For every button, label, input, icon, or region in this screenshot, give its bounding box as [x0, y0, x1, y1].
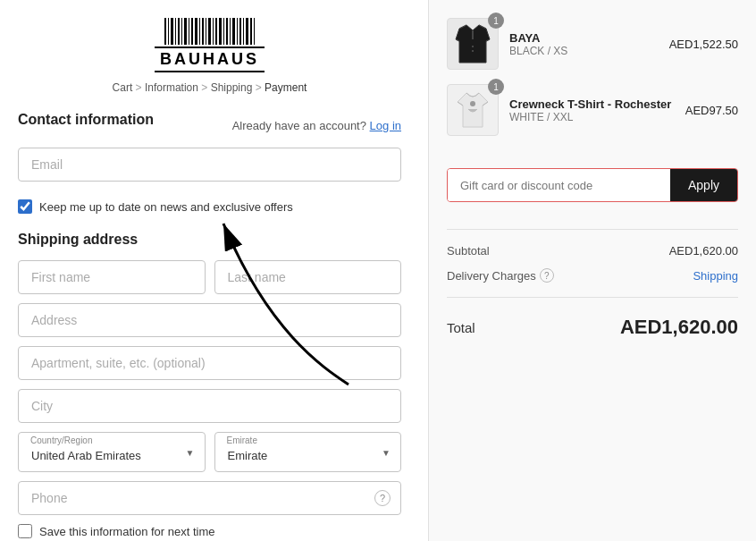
login-link[interactable]: Log in	[370, 119, 401, 132]
phone-help-icon[interactable]: ?	[374, 490, 391, 506]
name-row	[18, 260, 401, 294]
save-info-label: Save this information for next time	[39, 525, 215, 538]
right-panel: 1 BAYA BLACK / XS AED1,522.50	[429, 0, 756, 541]
divider-2	[447, 297, 738, 298]
country-label: Country/Region	[30, 435, 92, 445]
phone-input[interactable]	[18, 481, 401, 515]
item-image-wrapper: 1	[447, 18, 499, 70]
save-info-row: Save this information for next time	[18, 524, 401, 538]
newsletter-row: Keep me up to date on news and exclusive…	[18, 199, 401, 214]
logo-area: BAUHAUS	[18, 18, 401, 72]
item-details: Crewneck T-Shirt - Rochester WHITE / XXL	[509, 97, 675, 123]
breadcrumb-shipping[interactable]: Shipping	[211, 81, 253, 94]
country-emirate-row: Country/Region United Arab Emirates ▼ Em…	[18, 432, 401, 472]
shipping-title: Shipping address	[18, 232, 401, 248]
left-panel: BAUHAUS Cart > Information > Shipping > …	[0, 0, 429, 541]
discount-code-input[interactable]	[448, 169, 670, 201]
email-field-wrapper	[18, 148, 401, 182]
login-prompt: Already have an account? Log in	[232, 119, 401, 132]
contact-header: Contact information Already have an acco…	[18, 112, 401, 139]
city-field-wrapper	[18, 389, 401, 423]
order-item: 1 BAYA BLACK / XS AED1,522.50	[447, 18, 738, 70]
item-details: BAYA BLACK / XS	[509, 31, 659, 57]
subtotal-label: Subtotal	[447, 244, 490, 258]
breadcrumb-sep1: >	[136, 81, 145, 94]
item-image-wrapper: 1	[447, 84, 499, 136]
emirate-label: Emirate	[227, 435, 257, 445]
country-wrapper: Country/Region United Arab Emirates ▼	[18, 432, 206, 472]
delivery-row: Delivery Charges ? Shipping	[447, 263, 738, 288]
apply-discount-button[interactable]: Apply	[670, 169, 737, 201]
breadcrumb-sep2: >	[201, 81, 210, 94]
total-value: AED1,620.00	[620, 316, 738, 339]
tshirt-icon	[454, 89, 491, 131]
apartment-field-wrapper	[18, 346, 401, 380]
last-name-input[interactable]	[214, 260, 402, 294]
breadcrumb-payment: Payment	[265, 81, 307, 94]
order-items-list: 1 BAYA BLACK / XS AED1,522.50	[447, 18, 738, 150]
item-name: Crewneck T-Shirt - Rochester	[509, 97, 675, 111]
svg-point-4	[470, 101, 475, 106]
email-input[interactable]	[18, 148, 401, 182]
svg-point-0	[472, 46, 474, 47]
logo-text: BAUHAUS	[155, 46, 265, 72]
item-variant: BLACK / XS	[509, 45, 659, 57]
first-name-input[interactable]	[18, 260, 206, 294]
apartment-input[interactable]	[18, 346, 401, 380]
svg-point-1	[472, 50, 474, 52]
delivery-value: Shipping	[693, 269, 738, 283]
item-quantity-badge: 1	[488, 79, 504, 95]
order-item: 1 Crewneck T-Shirt - Rochester WHITE / X…	[447, 84, 738, 136]
item-name: BAYA	[509, 31, 659, 45]
item-quantity-badge: 1	[488, 13, 504, 29]
newsletter-label: Keep me up to date on news and exclusive…	[39, 200, 293, 214]
contact-title: Contact information	[18, 112, 154, 128]
breadcrumb-sep3: >	[256, 81, 265, 94]
subtotal-value: AED1,620.00	[669, 244, 738, 258]
discount-code-box: Apply	[447, 168, 738, 202]
address-input[interactable]	[18, 303, 401, 337]
city-input[interactable]	[18, 389, 401, 423]
item-variant: WHITE / XXL	[509, 111, 675, 123]
breadcrumb-cart[interactable]: Cart	[113, 81, 133, 94]
phone-field-wrapper: ?	[18, 481, 401, 515]
total-label: Total	[447, 320, 475, 335]
save-info-checkbox[interactable]	[18, 524, 32, 538]
logo: BAUHAUS	[155, 18, 265, 72]
breadcrumb: Cart > Information > Shipping > Payment	[18, 81, 401, 94]
barcode-image	[164, 18, 255, 45]
emirate-wrapper: Emirate Emirate ▼	[214, 432, 402, 472]
subtotal-row: Subtotal AED1,620.00	[447, 239, 738, 263]
delivery-help-icon[interactable]: ?	[540, 268, 554, 283]
breadcrumb-information[interactable]: Information	[145, 81, 198, 94]
divider	[447, 229, 738, 230]
newsletter-checkbox[interactable]	[18, 199, 32, 214]
total-row: Total AED1,620.00	[447, 307, 738, 348]
item-price: AED1,522.50	[669, 38, 738, 51]
item-price: AED97.50	[685, 104, 738, 117]
address-field-wrapper	[18, 303, 401, 337]
jacket-icon	[452, 21, 493, 66]
delivery-label: Delivery Charges ?	[447, 268, 554, 283]
